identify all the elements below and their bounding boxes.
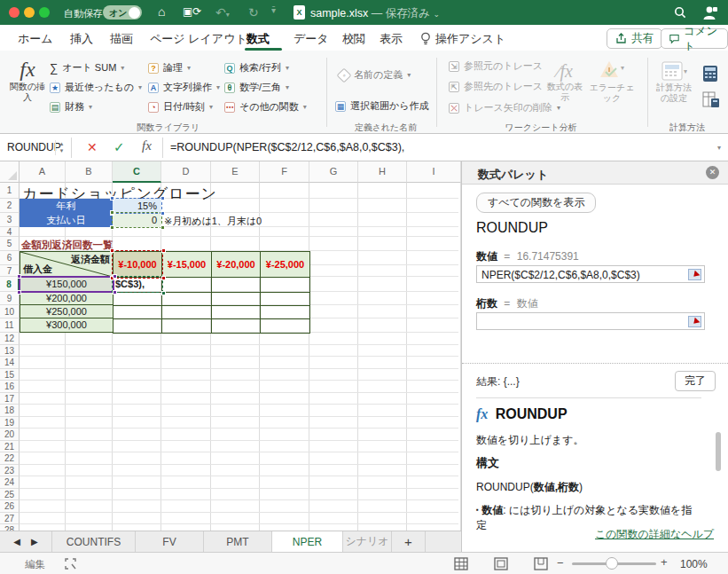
add-sheet-button[interactable]: + [392, 531, 426, 552]
select-all-corner[interactable] [0, 161, 20, 183]
name-box[interactable]: ROUNDUP [0, 134, 55, 161]
range-selector-icon[interactable] [688, 269, 701, 280]
column-header-D[interactable]: D [161, 161, 211, 183]
selection-handle[interactable] [113, 290, 117, 295]
cell-a5-table-title[interactable]: 金額別返済回数一覧 [21, 239, 114, 252]
row-header-16[interactable]: 16 [0, 381, 20, 393]
selection-handle[interactable] [160, 196, 165, 201]
cell-a10-loan-value[interactable]: ¥250,000 [20, 305, 114, 318]
selection-handle[interactable] [17, 290, 21, 295]
tab-home[interactable]: ホーム [18, 31, 53, 47]
close-window-button[interactable] [9, 7, 20, 18]
recently-used-button[interactable]: ★ 最近使ったもの▾ [50, 81, 142, 94]
done-button[interactable]: 完了 [675, 371, 716, 391]
help-scrollbar[interactable] [716, 432, 721, 471]
result-cell[interactable] [211, 277, 261, 293]
insert-function-button[interactable]: fx 関数の挿入 [9, 58, 46, 103]
selection-handle[interactable] [160, 225, 165, 230]
sheet-tab-pmt[interactable]: PMT [204, 531, 272, 552]
tab-page-layout[interactable]: ページ レイアウト [150, 31, 247, 47]
selection-handle[interactable] [110, 225, 114, 230]
result-cell[interactable] [211, 292, 261, 306]
row-header-24[interactable]: 24 [0, 476, 20, 489]
row-header-10[interactable]: 10 [0, 305, 20, 318]
row-header-11[interactable]: 11 [0, 318, 20, 333]
cell-a2-annual-rate-label[interactable]: 年利 [20, 199, 113, 213]
selection-handle[interactable] [160, 211, 165, 216]
insert-function-icon[interactable]: fx [142, 138, 152, 153]
selection-handle[interactable] [161, 276, 166, 280]
math-trig-button[interactable]: θ 数学/三角▾ [224, 81, 289, 94]
result-cell[interactable] [161, 318, 212, 334]
row-header-5[interactable]: 5 [0, 237, 20, 251]
sheet-tab-fv[interactable]: FV [136, 531, 204, 552]
row-header-21[interactable]: 21 [0, 441, 20, 453]
cell-d6-repay-value[interactable]: ¥-15,000 [161, 251, 212, 278]
cell-d3-note[interactable]: ※月初めは1、月末は0 [164, 215, 262, 228]
range-selector-icon[interactable] [688, 316, 701, 327]
tab-draw[interactable]: 描画 [110, 31, 133, 47]
autosave-toggle[interactable]: オン [103, 5, 142, 20]
home-icon[interactable]: ⌂ [158, 4, 165, 19]
function-help-link[interactable]: この関数の詳細なヘルプ [595, 527, 714, 542]
column-header-C[interactable]: C [113, 161, 161, 183]
selection-handle[interactable] [110, 248, 114, 253]
text-functions-button[interactable]: A 文字列操作▾ [148, 81, 220, 94]
row-header-6[interactable]: 6 [0, 251, 20, 265]
selection-handle[interactable] [110, 210, 114, 215]
formula-input[interactable]: =ROUNDUP(NPER($C$2/12,C$6,$A8,0,$C$3), [170, 141, 404, 153]
result-cell[interactable] [260, 305, 310, 319]
row-header-14[interactable]: 14 [0, 357, 20, 369]
minimize-window-button[interactable] [24, 7, 35, 18]
cell-a3-pay-day-label[interactable]: 支払い日 [20, 213, 113, 227]
cell-a11-loan-value[interactable]: ¥300,000 [20, 318, 114, 333]
tab-tell-me[interactable]: 操作アシスト [435, 31, 505, 47]
worksheet-grid[interactable]: ABCDEFGHI 123456789101112131415161718192… [0, 161, 461, 531]
zoom-slider-knob[interactable] [606, 557, 618, 570]
column-header-H[interactable]: H [358, 161, 407, 183]
row-header-12[interactable]: 12 [0, 333, 20, 345]
undo-icon[interactable]: ↶▾ [215, 5, 230, 20]
tab-view[interactable]: 表示 [380, 31, 403, 47]
column-header-F[interactable]: F [260, 161, 309, 183]
row-header-28[interactable]: 28 [0, 524, 20, 531]
zoom-out-icon[interactable]: − [557, 556, 564, 570]
result-cell[interactable] [113, 305, 162, 319]
row-header-25[interactable]: 25 [0, 489, 20, 501]
row-header-13[interactable]: 13 [0, 345, 20, 358]
row-header-18[interactable]: 18 [0, 405, 20, 417]
result-cell[interactable] [113, 318, 162, 334]
result-cell[interactable] [211, 318, 261, 334]
tab-review[interactable]: 校閲 [342, 31, 365, 47]
row-header-1[interactable]: 1 [0, 183, 20, 199]
column-header-I[interactable]: I [407, 161, 461, 183]
trace-precedents-button[interactable]: ⇲ 参照元のトレース [449, 59, 543, 73]
zoom-in-icon[interactable]: + [661, 555, 668, 569]
show-formulas-button[interactable]: ∕fx 数式の表示 [544, 61, 585, 103]
share-button[interactable]: 共有 [607, 28, 662, 49]
cell-e6-repay-value[interactable]: ¥-20,000 [211, 251, 261, 278]
row-header-23[interactable]: 23 [0, 465, 20, 477]
trace-dependents-button[interactable]: ⇱ 参照先のトレース [449, 80, 543, 93]
arg1-input[interactable]: NPER($C$2/12,C$6,$A8,0,$C$3) [476, 265, 705, 283]
account-icon[interactable] [702, 5, 718, 20]
show-all-functions-button[interactable]: すべての関数を表示 [476, 193, 596, 213]
lookup-reference-button[interactable]: Q 検索/行列▾ [224, 61, 289, 75]
save-sync-icon[interactable]: ▣⟳ [183, 5, 201, 18]
quick-access-chevron-icon[interactable]: ▾̄ [271, 5, 276, 15]
sheet-tab-countifs[interactable]: COUNTIFS [51, 531, 136, 552]
maximize-window-button[interactable] [39, 7, 50, 18]
name-box-stepper[interactable]: ▲▼ [55, 140, 67, 155]
logical-button[interactable]: ? 論理▾ [148, 61, 191, 75]
tab-formulas[interactable]: 数式 [247, 31, 270, 47]
result-cell[interactable] [260, 292, 310, 306]
result-cell[interactable] [211, 305, 261, 319]
calculate-sheet-icon[interactable] [702, 91, 720, 107]
result-cell[interactable] [161, 292, 212, 306]
autosum-button[interactable]: ∑ オート SUM▾ [50, 61, 124, 75]
column-header-A[interactable]: A [20, 161, 66, 183]
row-header-19[interactable]: 19 [0, 417, 20, 429]
column-header-G[interactable]: G [309, 161, 358, 183]
cancel-icon[interactable]: ✕ [87, 140, 98, 154]
calc-options-button[interactable]: ▾ 計算方法の設定 [654, 61, 693, 104]
